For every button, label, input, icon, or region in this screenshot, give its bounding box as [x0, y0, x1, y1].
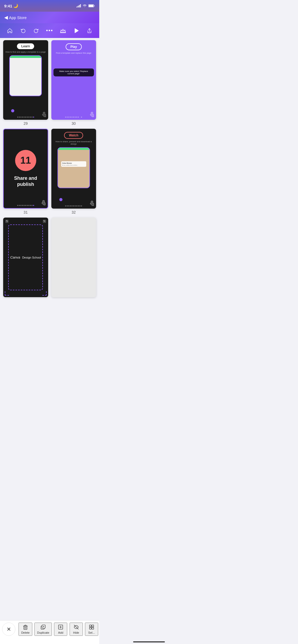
dot [75, 205, 76, 206]
slide-card-30[interactable]: Play Find a template and replace this pa… [51, 40, 96, 120]
dot-active [33, 117, 34, 118]
edit-handles-33: ✎ ✎ [5, 220, 46, 223]
hand-swipe-icon [41, 112, 46, 117]
dot [30, 117, 31, 118]
signal-icon [76, 4, 81, 7]
slide-card-31[interactable]: 11 Share and publish [3, 129, 48, 208]
swipe-icon-29 [41, 112, 46, 118]
share-icon [87, 28, 92, 34]
svg-rect-2 [79, 5, 80, 7]
dot [27, 117, 28, 118]
overlay-desc: We are confident that we deliver... [62, 164, 85, 166]
share-button[interactable] [84, 25, 95, 36]
edit-handle-tr: ✎ [43, 220, 46, 223]
dot [70, 205, 71, 206]
dot [28, 205, 29, 206]
slide-card-34[interactable] [51, 218, 96, 297]
dot [76, 205, 77, 206]
slide-item-34[interactable] [51, 218, 96, 299]
dot [67, 117, 68, 118]
hand-swipe-icon-32 [89, 201, 94, 206]
slide-card-33[interactable]: ✎ ✎ Canva Design School [3, 218, 48, 297]
back-arrow-icon: ◀ [4, 15, 8, 20]
dot [20, 205, 21, 206]
dot [81, 117, 82, 118]
slide-29-subtitle: How to find and apply a template to a pa… [6, 51, 46, 53]
svg-rect-0 [76, 7, 77, 7]
dot [24, 205, 25, 206]
hand-swipe-icon-30 [89, 112, 94, 117]
dot [68, 117, 69, 118]
slide-item-33[interactable]: ✎ ✎ Canva Design School [3, 218, 48, 299]
dot [65, 117, 66, 118]
phone-mockup-32: Colour Monster We are confident that we … [57, 147, 90, 188]
canva-word: Canva [10, 255, 20, 259]
dot [71, 117, 73, 118]
dot [24, 117, 25, 118]
dot [31, 205, 33, 206]
dot [73, 205, 74, 206]
slide-item-30[interactable]: Play Find a template and replace this pa… [51, 40, 96, 126]
svg-marker-8 [75, 29, 78, 33]
purple-dot-29 [11, 109, 14, 112]
slide-item-32[interactable]: Watch How to share, present and download… [51, 129, 96, 214]
dot-active [33, 205, 34, 206]
dot [25, 205, 26, 206]
slide-item-31[interactable]: 11 Share and publish [3, 129, 48, 214]
crown-button[interactable] [57, 25, 69, 36]
dots-31 [17, 205, 34, 206]
swipe-icon-31 [41, 200, 46, 206]
dot [19, 117, 20, 118]
corner-bl [5, 291, 9, 296]
dots-30 [65, 117, 82, 118]
dot [67, 205, 68, 206]
phone-content-32: Colour Monster We are confident that we … [58, 150, 89, 188]
wifi-icon [83, 4, 87, 7]
phone-top-bar-29 [10, 56, 41, 58]
dots-29 [17, 117, 34, 118]
slide-card-29[interactable]: Learn How to find and apply a template t… [3, 40, 48, 120]
home-button[interactable] [4, 25, 16, 36]
dot [30, 205, 31, 206]
purple-dot-32 [59, 198, 62, 201]
dot [19, 205, 20, 206]
svg-rect-5 [89, 5, 93, 7]
more-button[interactable]: ••• [44, 25, 55, 36]
slide-item-29[interactable]: Learn How to find and apply a template t… [3, 40, 48, 126]
main-content: Learn How to find and apply a template t… [0, 38, 99, 325]
swipe-icon-32 [89, 201, 94, 207]
back-button[interactable]: ◀ App Store [4, 15, 27, 20]
status-icons [76, 4, 95, 7]
slide-card-32[interactable]: Watch How to share, present and download… [51, 129, 96, 208]
nav-bar: ◀ App Store [0, 12, 99, 23]
back-label: App Store [9, 15, 27, 20]
dot [71, 205, 73, 206]
chapter-number-circle: 11 [15, 150, 36, 171]
redo-button[interactable] [30, 25, 42, 36]
watch-badge: Watch [64, 132, 83, 139]
dot [27, 205, 28, 206]
slide-number-29: 29 [24, 121, 28, 126]
dot [78, 205, 79, 206]
dot [17, 205, 18, 206]
status-time: 9:41 🌙 [4, 3, 18, 8]
dot [17, 117, 18, 118]
slide-30-subtitle: Find a template and replace this page [56, 52, 91, 54]
undo-button[interactable] [17, 25, 29, 36]
crown-icon [60, 28, 66, 34]
moon-icon: 🌙 [13, 3, 18, 8]
slide-number-32: 32 [71, 210, 76, 214]
dot-active [79, 117, 80, 118]
dot [68, 205, 69, 206]
play-badge: Play [66, 43, 82, 50]
dot [22, 117, 23, 118]
svg-rect-3 [80, 4, 81, 7]
undo-icon [20, 28, 26, 34]
play-button[interactable] [70, 25, 82, 36]
dot [73, 117, 74, 118]
redo-icon [33, 28, 39, 34]
dot [79, 205, 80, 206]
play-icon [73, 28, 79, 34]
phone-mockup-29 [9, 55, 42, 96]
phone-top-bar-32 [58, 148, 89, 150]
